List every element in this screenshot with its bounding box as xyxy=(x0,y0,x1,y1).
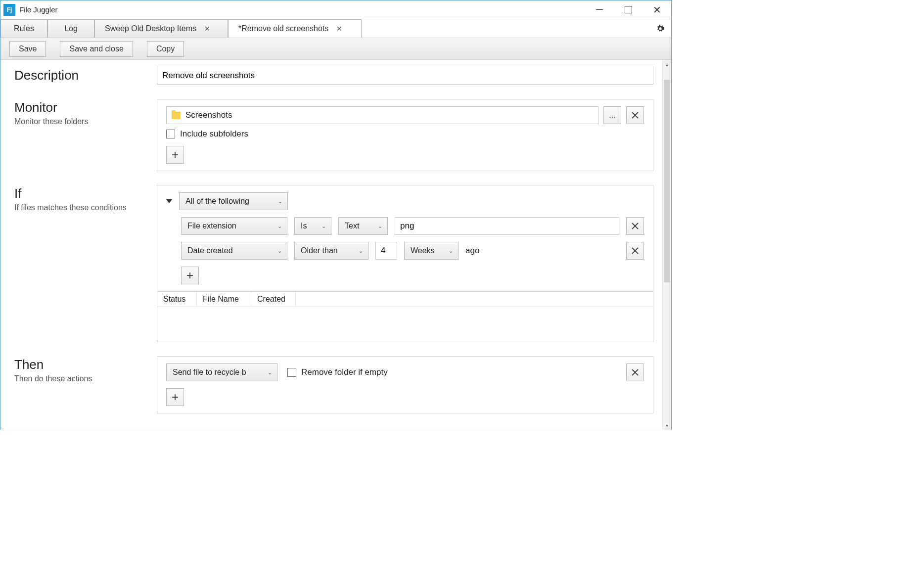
remove-condition-button[interactable] xyxy=(626,242,644,260)
tab-label: Sweep Old Desktop Items xyxy=(105,24,196,33)
tab-label: Log xyxy=(64,24,78,33)
condition-type-dropdown[interactable]: Text⌄ xyxy=(338,217,388,235)
then-label: Then xyxy=(14,357,157,372)
maximize-button[interactable] xyxy=(614,0,643,19)
folder-path-input[interactable]: Screenshots xyxy=(166,106,598,124)
remove-folder-checkbox[interactable] xyxy=(287,368,296,377)
condition-suffix-label: ago xyxy=(465,246,479,256)
remove-folder-label: Remove folder if empty xyxy=(301,367,388,377)
section-then: Then Then do these actions Send file to … xyxy=(14,356,653,413)
remove-action-button[interactable] xyxy=(626,363,644,381)
condition-operator-dropdown[interactable]: Is⌄ xyxy=(294,217,331,235)
if-label: If xyxy=(14,186,157,201)
if-panel: All of the following ⌄ File extension⌄ I… xyxy=(157,185,653,342)
folder-icon xyxy=(172,112,181,119)
toolbar: Save Save and close Copy xyxy=(0,38,671,60)
vertical-scrollbar[interactable]: ▴ ▾ xyxy=(662,60,671,430)
condition-row-2: Date created⌄ Older than⌄ Weeks⌄ ago xyxy=(166,242,644,260)
save-and-close-button[interactable]: Save and close xyxy=(60,41,133,57)
scroll-up-icon[interactable]: ▴ xyxy=(663,60,671,69)
section-description: Description xyxy=(14,67,653,85)
include-subfolders-label: Include subfolders xyxy=(180,129,248,139)
monitor-panel: Screenshots ... Include subfolders + xyxy=(157,99,653,171)
chevron-down-icon: ⌄ xyxy=(355,248,363,254)
add-action-button[interactable]: + xyxy=(166,388,184,406)
content-area: Description Monitor Monitor these folder… xyxy=(0,60,671,430)
section-if: If If files matches these conditions All… xyxy=(14,185,653,342)
titlebar: Fj File Juggler ✕ xyxy=(0,0,671,19)
condition-value-input[interactable] xyxy=(395,217,619,235)
chevron-down-icon: ⌄ xyxy=(445,248,453,254)
dropdown-value: Is xyxy=(301,222,307,230)
tab-close-icon[interactable]: ✕ xyxy=(204,25,210,33)
collapse-icon[interactable] xyxy=(166,199,172,203)
browse-folder-button[interactable]: ... xyxy=(603,106,621,124)
close-window-button[interactable]: ✕ xyxy=(643,0,671,19)
dropdown-value: Send file to recycle b xyxy=(173,368,246,377)
dropdown-value: All of the following xyxy=(185,197,249,206)
close-icon xyxy=(631,111,639,119)
dropdown-value: Text xyxy=(345,222,359,230)
chevron-down-icon: ⌄ xyxy=(264,369,272,376)
if-sublabel: If files matches these conditions xyxy=(14,203,157,212)
app-title: File Juggler xyxy=(19,5,58,14)
chevron-down-icon: ⌄ xyxy=(274,223,282,229)
gear-icon xyxy=(655,23,666,34)
chevron-down-icon: ⌄ xyxy=(274,198,282,205)
description-input[interactable] xyxy=(157,67,653,85)
chevron-down-icon: ⌄ xyxy=(374,223,382,229)
close-icon xyxy=(631,368,639,376)
tab-sweep-old-desktop[interactable]: Sweep Old Desktop Items ✕ xyxy=(94,19,228,38)
condition-operator-dropdown[interactable]: Older than⌄ xyxy=(294,242,368,260)
include-subfolders-row[interactable]: Include subfolders xyxy=(166,129,644,139)
app-window: Fj File Juggler ✕ Rules Log Sweep Old De… xyxy=(0,0,672,430)
tab-close-icon[interactable]: ✕ xyxy=(336,25,342,33)
monitor-sublabel: Monitor these folders xyxy=(14,117,157,126)
action-dropdown[interactable]: Send file to recycle b⌄ xyxy=(166,363,277,381)
dropdown-value: Date created xyxy=(187,246,233,255)
add-condition-button[interactable]: + xyxy=(181,267,199,284)
condition-unit-dropdown[interactable]: Weeks⌄ xyxy=(404,242,459,260)
tab-remove-old-screenshots[interactable]: *Remove old screenshots ✕ xyxy=(228,19,362,38)
tab-label: Rules xyxy=(14,24,34,33)
condition-mode-dropdown[interactable]: All of the following ⌄ xyxy=(179,192,288,210)
then-panel: Send file to recycle b⌄ Remove folder if… xyxy=(157,356,653,413)
tab-rules[interactable]: Rules xyxy=(0,19,47,38)
column-created[interactable]: Created xyxy=(251,292,296,307)
then-sublabel: Then do these actions xyxy=(14,374,157,383)
settings-button[interactable] xyxy=(649,19,671,38)
minimize-button[interactable] xyxy=(585,0,614,19)
close-icon xyxy=(631,247,639,255)
dropdown-value: File extension xyxy=(187,222,236,230)
results-table-header: Status File Name Created xyxy=(157,291,653,307)
column-status[interactable]: Status xyxy=(157,292,197,307)
dropdown-value: Weeks xyxy=(411,246,435,255)
results-table-body xyxy=(166,307,644,342)
chevron-down-icon: ⌄ xyxy=(274,248,282,254)
scroll-down-icon[interactable]: ▾ xyxy=(663,421,671,430)
tab-label: *Remove old screenshots xyxy=(238,24,328,33)
remove-folder-if-empty-row[interactable]: Remove folder if empty xyxy=(287,367,388,377)
condition-attribute-dropdown[interactable]: Date created⌄ xyxy=(181,242,287,260)
main-panel: Description Monitor Monitor these folder… xyxy=(0,60,662,430)
add-folder-button[interactable]: + xyxy=(166,146,184,164)
save-button[interactable]: Save xyxy=(9,41,46,57)
section-monitor: Monitor Monitor these folders Screenshot… xyxy=(14,99,653,171)
app-icon: Fj xyxy=(3,4,15,16)
tab-log[interactable]: Log xyxy=(47,19,94,38)
condition-row-1: File extension⌄ Is⌄ Text⌄ xyxy=(166,217,644,235)
dropdown-value: Older than xyxy=(301,246,338,255)
close-icon xyxy=(631,222,639,230)
scrollbar-thumb[interactable] xyxy=(664,80,670,282)
remove-condition-button[interactable] xyxy=(626,217,644,235)
condition-number-input[interactable] xyxy=(375,242,397,260)
include-subfolders-checkbox[interactable] xyxy=(166,130,175,138)
folder-name: Screenshots xyxy=(185,110,232,120)
description-label: Description xyxy=(14,68,157,83)
condition-attribute-dropdown[interactable]: File extension⌄ xyxy=(181,217,287,235)
copy-button[interactable]: Copy xyxy=(147,41,184,57)
tabs-row: Rules Log Sweep Old Desktop Items ✕ *Rem… xyxy=(0,19,671,38)
column-file-name[interactable]: File Name xyxy=(197,292,251,307)
chevron-down-icon: ⌄ xyxy=(318,223,326,229)
remove-folder-button[interactable] xyxy=(626,106,644,124)
